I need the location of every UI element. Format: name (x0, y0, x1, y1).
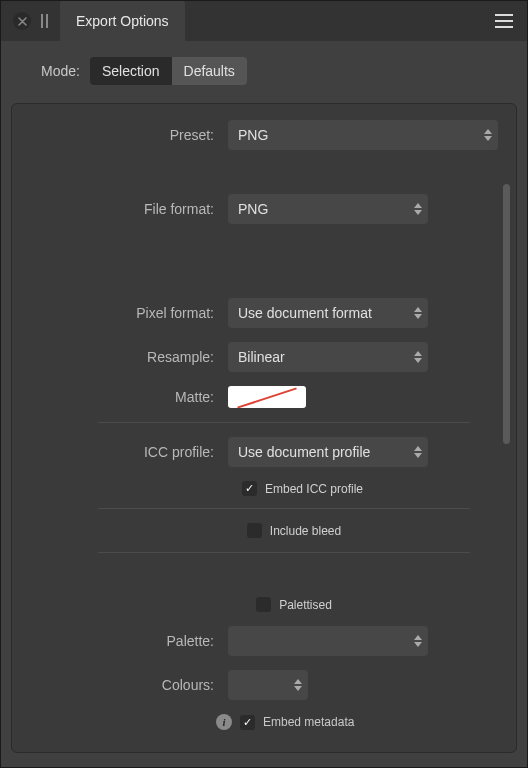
matte-row: Matte: (28, 386, 500, 408)
preset-row: Preset: PNG (28, 120, 500, 150)
colours-row: Colours: (28, 670, 500, 700)
panel-menu-icon[interactable] (495, 14, 513, 28)
export-options-card: Preset: PNG File format: PNG (11, 103, 517, 753)
palettised-checkbox[interactable] (256, 597, 271, 612)
scrollbar-thumb[interactable] (503, 184, 510, 444)
panel-title-tab: Export Options (60, 1, 185, 41)
icc-profile-select[interactable]: Use document profile (228, 437, 428, 467)
resample-select[interactable]: Bilinear (228, 342, 428, 372)
panel-title: Export Options (76, 13, 169, 29)
stepper-icon (414, 446, 422, 458)
stepper-icon (484, 129, 492, 141)
matte-color-swatch[interactable] (228, 386, 306, 408)
resample-row: Resample: Bilinear (28, 342, 500, 372)
include-bleed-row: Include bleed (88, 523, 500, 538)
icc-profile-row: ICC profile: Use document profile (28, 437, 500, 467)
file-format-value: PNG (238, 201, 268, 217)
resample-label: Resample: (28, 349, 228, 365)
file-format-select[interactable]: PNG (228, 194, 428, 224)
pixel-format-row: Pixel format: Use document format (28, 298, 500, 328)
preset-select[interactable]: PNG (228, 120, 498, 150)
stepper-icon (414, 307, 422, 319)
embed-icc-label: Embed ICC profile (265, 482, 363, 496)
pixel-format-label: Pixel format: (28, 305, 228, 321)
icc-profile-value: Use document profile (238, 444, 370, 460)
divider (98, 508, 470, 509)
icc-profile-label: ICC profile: (28, 444, 228, 460)
mode-label: Mode: (41, 63, 80, 79)
include-bleed-checkbox[interactable] (247, 523, 262, 538)
dock-handle-icon[interactable] (41, 14, 48, 28)
file-format-label: File format: (28, 201, 228, 217)
pixel-format-select[interactable]: Use document format (228, 298, 428, 328)
panel-header: Export Options (1, 1, 527, 41)
mode-row: Mode: Selection Defaults (41, 57, 517, 85)
divider (98, 422, 470, 423)
close-icon[interactable] (13, 12, 31, 30)
palette-select[interactable] (228, 626, 428, 656)
palette-label: Palette: (28, 633, 228, 649)
include-bleed-label: Include bleed (270, 524, 341, 538)
embed-metadata-row: i Embed metadata (216, 714, 500, 730)
divider (98, 552, 470, 553)
colours-select[interactable] (228, 670, 308, 700)
palettised-row: Palettised (88, 597, 500, 612)
embed-icc-row: Embed ICC profile (242, 481, 500, 496)
stepper-icon (414, 203, 422, 215)
mode-segmented-control: Selection Defaults (90, 57, 247, 85)
stepper-icon (414, 351, 422, 363)
file-format-row: File format: PNG (28, 194, 500, 224)
colours-label: Colours: (28, 677, 228, 693)
embed-metadata-label: Embed metadata (263, 715, 354, 729)
embed-metadata-checkbox[interactable] (240, 715, 255, 730)
preset-value: PNG (238, 127, 268, 143)
pixel-format-value: Use document format (238, 305, 372, 321)
embed-icc-checkbox[interactable] (242, 481, 257, 496)
matte-label: Matte: (28, 389, 228, 405)
panel-body: Mode: Selection Defaults Preset: PNG Fil… (1, 41, 527, 767)
resample-value: Bilinear (238, 349, 285, 365)
stepper-icon (294, 679, 302, 691)
preset-label: Preset: (28, 127, 228, 143)
palette-row: Palette: (28, 626, 500, 656)
mode-selection-button[interactable]: Selection (90, 57, 172, 85)
mode-defaults-button[interactable]: Defaults (172, 57, 247, 85)
info-icon[interactable]: i (216, 714, 232, 730)
palettised-label: Palettised (279, 598, 332, 612)
stepper-icon (414, 635, 422, 647)
